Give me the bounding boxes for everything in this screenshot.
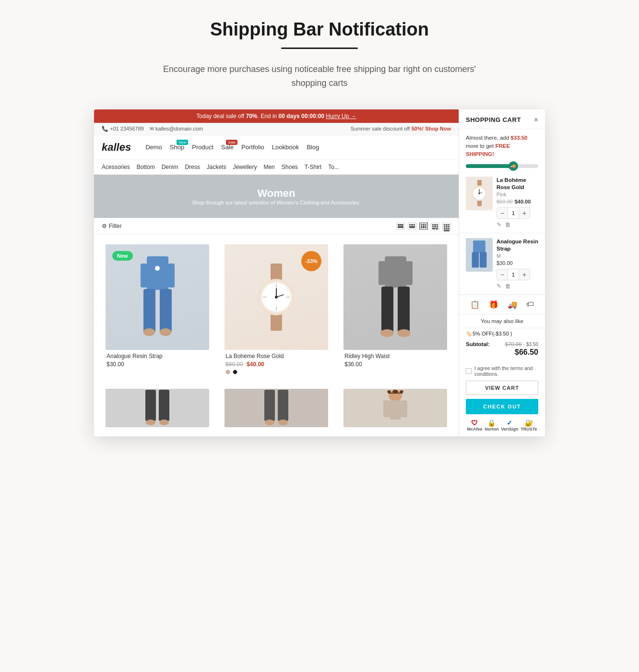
product-name-2: La Bohème Rose Gold — [225, 353, 327, 360]
qty-increase-2[interactable]: + — [519, 269, 530, 280]
product-name-3: Ridley High Waist — [344, 353, 446, 360]
svg-rect-49 — [480, 252, 487, 268]
cart-watch-img — [469, 179, 490, 208]
cat-denim[interactable]: Denim — [162, 164, 178, 170]
pants-blue-illustration — [140, 256, 176, 338]
view-cart-button[interactable]: VIEW CART — [466, 381, 538, 395]
qty-input-1[interactable] — [508, 208, 519, 218]
cart-coupon-icon[interactable]: 🏷 — [526, 300, 534, 309]
qty-increase-1[interactable]: + — [519, 208, 530, 218]
svg-point-34 — [278, 420, 288, 425]
badge-new: New — [112, 251, 133, 261]
svg-rect-6 — [141, 264, 147, 288]
delete-icon-2[interactable]: 🗑 — [505, 283, 511, 289]
product-card-5[interactable] — [221, 385, 332, 431]
svg-rect-21 — [381, 287, 393, 332]
product-price-3: $36.00 — [344, 361, 446, 368]
qty-decrease-2[interactable]: − — [497, 269, 508, 280]
cat-men[interactable]: Men — [263, 164, 274, 170]
color-dots-2 — [225, 370, 327, 374]
hero-subtitle: Shop through our latest selection of Wom… — [192, 200, 360, 205]
cart-item-variant-2: M — [497, 253, 538, 259]
3col-view-btn[interactable] — [419, 223, 428, 229]
bottom-pants-1 — [143, 390, 172, 426]
store-logo: kalles — [102, 141, 131, 154]
cart-item-1: La Bohème Rose Gold Pink $60.00$40.00 − … — [459, 172, 545, 233]
filter-button[interactable]: ⚙ Filter — [102, 223, 122, 229]
deal-bar: Today deal sale off 70%. End in 00 days … — [94, 109, 459, 123]
cat-shoes[interactable]: Shoes — [282, 164, 298, 170]
svg-rect-25 — [379, 261, 385, 285]
svg-rect-40 — [477, 201, 481, 206]
nav-item-blog[interactable]: Blog — [307, 144, 319, 151]
checkout-button[interactable]: CHECK OUT — [466, 399, 538, 414]
product-price-1: $30.00 — [106, 361, 208, 368]
list-view-btn[interactable] — [396, 223, 405, 229]
deal-countdown: 00 days 00:00:00 — [279, 113, 324, 120]
cart-shipping-icon[interactable]: 🚚 — [508, 300, 517, 309]
cart-gift-icon[interactable]: 🎁 — [489, 300, 498, 309]
svg-rect-3 — [160, 289, 172, 332]
nav-item-sale[interactable]: Sale Sale — [221, 144, 234, 151]
nav-item-product[interactable]: Product — [192, 144, 213, 151]
svg-point-30 — [159, 420, 169, 425]
deal-hurry[interactable]: Hurry Up → — [326, 113, 356, 120]
cat-bottom[interactable]: Bottom — [137, 164, 155, 170]
4col-view-btn[interactable] — [431, 223, 439, 229]
edit-icon-1[interactable]: ✎ — [497, 221, 501, 228]
product-card-3[interactable]: Ridley High Waist $36.00 — [340, 240, 451, 379]
filter-bar: ⚙ Filter — [94, 218, 459, 235]
subtotal-row: Subtotal: $70.00 - $3.50 — [466, 341, 538, 347]
cat-accessories[interactable]: Acessories — [102, 164, 130, 170]
delete-icon-1[interactable]: 🗑 — [505, 221, 511, 228]
product-card-1[interactable]: New — [102, 240, 213, 379]
cat-dress[interactable]: Dress — [185, 164, 200, 170]
badge-discount: -33% — [301, 251, 321, 271]
cart-item-name-1: La Bohème Rose Gold — [497, 177, 538, 191]
nav-item-demo[interactable]: Demo — [145, 144, 162, 151]
subtotal-final: $66.50 — [466, 348, 538, 357]
terms-checkbox[interactable] — [466, 368, 472, 374]
product-card-6[interactable] — [340, 385, 451, 431]
cat-jackets[interactable]: Jackets — [207, 164, 226, 170]
svg-point-29 — [146, 420, 155, 425]
cat-tshirt[interactable]: T-Shirt — [305, 164, 321, 170]
product-img-2: -33% — [225, 244, 328, 350]
svg-rect-47 — [473, 240, 485, 253]
hero-banner: Women Shop through our latest selection … — [94, 175, 459, 218]
product-info-3: Ridley High Waist $36.00 — [343, 350, 447, 369]
pants-black-illustration — [378, 256, 414, 338]
page-header: Shipping Bar Notification Encourage more… — [152, 19, 487, 90]
product-card-2[interactable]: -33% — [221, 240, 332, 379]
nav-item-portfolio[interactable]: Portfolio — [241, 144, 264, 151]
cat-jewellery[interactable]: Jewellery — [233, 164, 257, 170]
product-info-2: La Bohème Rose Gold $60.00 $40.00 — [225, 350, 328, 375]
cart-panel: SHOPPING CART × Almost there, add $33.50… — [459, 109, 545, 437]
nav-item-shop[interactable]: Shop New — [170, 144, 184, 151]
qty-decrease-1[interactable]: − — [497, 208, 508, 218]
page-divider — [281, 48, 358, 49]
deal-percent: 70% — [246, 113, 258, 120]
svg-rect-26 — [406, 261, 413, 285]
product-card-4[interactable] — [102, 385, 213, 431]
svg-rect-37 — [383, 400, 390, 417]
cart-close-button[interactable]: × — [534, 116, 538, 124]
nav-item-lookbook[interactable]: Lookbook — [272, 144, 299, 151]
edit-icon-2[interactable]: ✎ — [497, 283, 501, 289]
qty-input-2[interactable] — [508, 269, 519, 280]
svg-point-1 — [155, 266, 160, 271]
summer-sale: Summer sale discount off 50%! Shop Now — [350, 126, 451, 132]
shop-now-link[interactable]: Shop Now — [425, 126, 451, 132]
cart-item-img-1 — [466, 177, 493, 210]
shop-badge: New — [177, 140, 188, 145]
svg-rect-7 — [168, 264, 175, 288]
svg-rect-9 — [271, 314, 282, 331]
cart-tools: 📋 🎁 🚚 🏷 — [459, 295, 545, 314]
svg-rect-32 — [278, 390, 288, 421]
cart-note-icon[interactable]: 📋 — [470, 300, 480, 309]
cat-more[interactable]: To... — [328, 164, 339, 170]
2col-view-btn[interactable] — [408, 223, 416, 229]
category-bar: Acessories Bottom Denim Dress Jackets Je… — [94, 160, 459, 175]
terms-text: I agree with the terms and conditions. — [474, 365, 538, 377]
5col-view-btn[interactable] — [442, 223, 451, 229]
